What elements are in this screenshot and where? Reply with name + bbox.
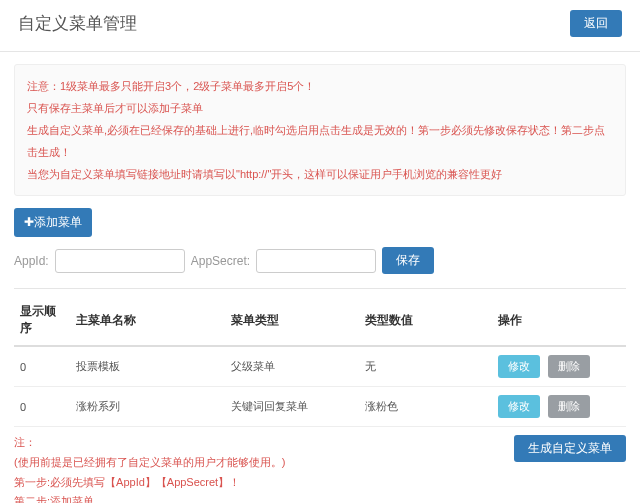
page-title: 自定义菜单管理 [18,12,137,35]
back-button[interactable]: 返回 [570,10,622,37]
add-menu-button[interactable]: ✚添加菜单 [14,208,92,237]
delete-button[interactable]: 删除 [548,395,590,418]
appsecret-label: AppSecret: [191,254,250,268]
footnote-line: 第二步:添加菜单。 [14,492,502,503]
col-name-header: 主菜单名称 [70,295,226,346]
footnotes: 注： (使用前提是已经拥有了自定义菜单的用户才能够使用。) 第一步:必须先填写【… [14,433,502,503]
cell-name: 涨粉系列 [70,387,226,427]
col-action-header: 操作 [492,295,626,346]
col-type-header: 菜单类型 [225,295,359,346]
notice-line: 只有保存主菜单后才可以添加子菜单 [27,97,613,119]
cell-order: 0 [14,387,70,427]
cell-order: 0 [14,346,70,387]
divider [14,288,626,289]
col-value-header: 类型数值 [359,295,493,346]
table-row: 0 涨粉系列 关键词回复菜单 涨粉色 修改 删除 [14,387,626,427]
cell-type: 父级菜单 [225,346,359,387]
cell-type: 关键词回复菜单 [225,387,359,427]
menu-table: 显示顺序 主菜单名称 菜单类型 类型数值 操作 0 投票模板 父级菜单 无 修改… [14,295,626,427]
cell-value: 涨粉色 [359,387,493,427]
save-button[interactable]: 保存 [382,247,434,274]
notice-line: 当您为自定义菜单填写链接地址时请填写以"http://"开头，这样可以保证用户手… [27,163,613,185]
edit-button[interactable]: 修改 [498,355,540,378]
appid-label: AppId: [14,254,49,268]
cell-name: 投票模板 [70,346,226,387]
notice-line: 生成自定义菜单,必须在已经保存的基础上进行,临时勾选启用点击生成是无效的！第一步… [27,119,613,163]
appsecret-input[interactable] [256,249,376,273]
footnote-line: (使用前提是已经拥有了自定义菜单的用户才能够使用。) [14,453,502,473]
edit-button[interactable]: 修改 [498,395,540,418]
col-order-header: 显示顺序 [14,295,70,346]
cell-value: 无 [359,346,493,387]
table-row: 0 投票模板 父级菜单 无 修改 删除 [14,346,626,387]
appid-input[interactable] [55,249,185,273]
notice-line: 注意：1级菜单最多只能开启3个，2级子菜单最多开启5个！ [27,75,613,97]
footnote-line: 第一步:必须先填写【AppId】【AppSecret】！ [14,473,502,493]
generate-menu-button[interactable]: 生成自定义菜单 [514,435,626,462]
footnote-line: 注： [14,433,502,453]
notice-box: 注意：1级菜单最多只能开启3个，2级子菜单最多开启5个！ 只有保存主菜单后才可以… [14,64,626,196]
delete-button[interactable]: 删除 [548,355,590,378]
